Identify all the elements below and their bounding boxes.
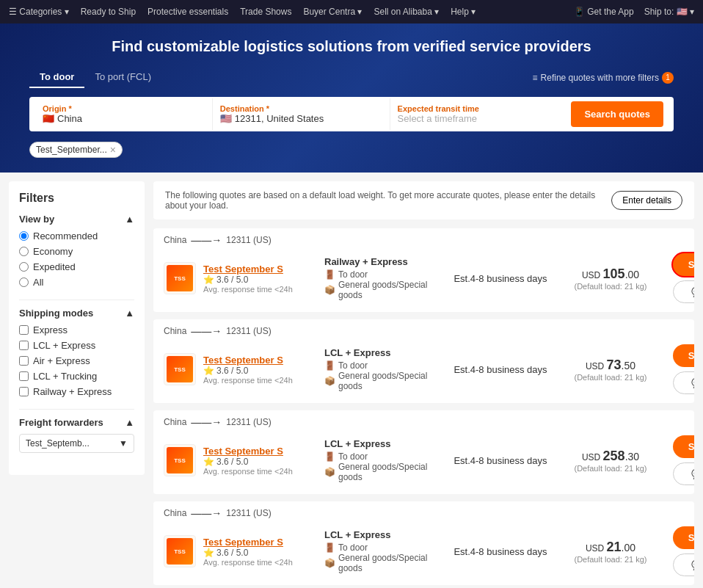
route-from: China: [164, 326, 186, 336]
checkbox-lcl-trucking-label: LCL + Trucking: [33, 371, 97, 382]
info-banner: The following quotes are based on a defa…: [153, 181, 694, 219]
route-from: China: [164, 417, 186, 427]
route-to: 12311 (US): [226, 326, 271, 336]
main-layout: Filters View by ▲ Recommended Economy Ex…: [0, 173, 703, 588]
provider-logo: TSS: [164, 262, 196, 294]
view-by-header[interactable]: View by ▲: [19, 214, 134, 225]
checkbox-air-express[interactable]: Air + Express: [19, 355, 134, 366]
checkbox-lcl-express[interactable]: LCL + Express: [19, 340, 134, 351]
delivery-type: 🚪 To door: [324, 451, 442, 462]
provider-logo-inner: TSS: [167, 447, 193, 473]
nav-help[interactable]: Help ▾: [451, 7, 476, 17]
price-usd-label: USD: [582, 452, 603, 462]
chevron-up-icon-3: ▲: [125, 417, 134, 428]
provider-name[interactable]: Test September S: [203, 264, 317, 275]
price-display: USD 73.50: [559, 357, 662, 373]
tab-to-door[interactable]: To door: [29, 67, 84, 88]
tab-to-port[interactable]: To port (FCL): [84, 67, 161, 88]
destination-value[interactable]: 🇺🇸 12311, United States: [220, 113, 382, 124]
shipping-mode-label: Railway + Express: [324, 256, 442, 267]
checkbox-railway-express-label: Railway + Express: [33, 386, 112, 397]
route-arrow-icon: ——→: [191, 325, 222, 337]
get-app-link[interactable]: 📱 Get the App: [574, 7, 634, 17]
transit-field[interactable]: Expected transit time Select a timeframe: [390, 98, 567, 130]
chat-now-button[interactable]: 💬 Chat now: [673, 462, 694, 485]
quote-card: China ——→ 12311 (US) TSS Test September …: [153, 319, 694, 403]
price-whole: 21: [607, 540, 622, 554]
provider-logo-inner: TSS: [167, 538, 193, 565]
chat-now-button[interactable]: 💬 Chat now: [673, 371, 694, 394]
enter-details-button[interactable]: Enter details: [611, 191, 682, 210]
response-time: Avg. response time <24h: [203, 558, 317, 567]
goods-type: 📦 General goods/Special goods: [324, 280, 442, 300]
sidebar: Filters View by ▲ Recommended Economy Ex…: [9, 181, 145, 475]
refine-button[interactable]: ≡ Refine quotes with more filters 1: [533, 72, 674, 84]
provider-rating: ⭐ 3.6 / 5.0: [203, 457, 317, 467]
price-decimal: .00: [622, 542, 635, 553]
radio-recommended[interactable]: Recommended: [19, 231, 134, 242]
rating-value: 3.6 / 5.0: [216, 366, 248, 376]
filter-tags: Test_September... ×: [29, 139, 674, 158]
origin-field[interactable]: Origin * 🇨🇳 China: [35, 98, 213, 130]
shipping-type-col: Railway + Express 🚪 To door 📦 General go…: [324, 256, 442, 300]
provider-rating: ⭐ 3.6 / 5.0: [203, 366, 317, 376]
sidebar-title: Filters: [19, 192, 134, 205]
response-time: Avg. response time <24h: [203, 376, 317, 385]
radio-recommended-label: Recommended: [33, 231, 98, 242]
origin-value[interactable]: 🇨🇳 China: [43, 113, 205, 124]
transit-label: Expected transit time: [398, 104, 560, 113]
nav-trade-shows[interactable]: Trade Shows: [240, 7, 291, 17]
hero-title: Find customizable logistics solutions fr…: [29, 38, 674, 55]
price-col: USD 21.00 (Default load: 21 kg): [559, 540, 662, 564]
checkbox-lcl-trucking[interactable]: LCL + Trucking: [19, 371, 134, 382]
transit-col: Est.4-8 business days: [449, 273, 552, 284]
action-col: Send inquiry 💬 Chat now: [669, 253, 694, 303]
filter-tag-close[interactable]: ×: [110, 144, 116, 156]
provider-rating: ⭐ 3.6 / 5.0: [203, 275, 317, 285]
provider-name[interactable]: Test September S: [203, 446, 317, 457]
origin-label: Origin *: [43, 104, 205, 113]
send-inquiry-button[interactable]: Send inquiry: [673, 253, 694, 276]
radio-all[interactable]: All: [19, 277, 134, 288]
send-inquiry-button[interactable]: Send inquiry: [673, 526, 694, 549]
route-from: China: [164, 235, 186, 245]
destination-field[interactable]: Destination * 🇺🇸 12311, United States: [213, 98, 390, 130]
nav-categories[interactable]: ☰ Categories ▾: [9, 7, 69, 17]
price-decimal: .30: [625, 451, 639, 462]
shipping-modes-header[interactable]: Shipping modes ▲: [19, 308, 134, 319]
send-inquiry-button[interactable]: Send inquiry: [673, 435, 694, 458]
freight-forwarders-header[interactable]: Freight forwarders ▲: [19, 417, 134, 428]
search-quotes-button[interactable]: Search quotes: [571, 101, 663, 127]
filter-tag-september[interactable]: Test_September... ×: [29, 142, 123, 158]
filter-tag-label: Test_September...: [36, 145, 107, 155]
radio-economy[interactable]: Economy: [19, 246, 134, 257]
freight-forwarders-label: Freight forwarders: [19, 417, 103, 428]
checkbox-express[interactable]: Express: [19, 324, 134, 335]
freight-dropdown[interactable]: Test_Septemb... ▼: [19, 434, 134, 453]
radio-economy-label: Economy: [33, 246, 73, 257]
nav-ready-to-ship[interactable]: Ready to Ship: [81, 7, 136, 17]
star-icon: ⭐: [203, 548, 214, 558]
provider-name[interactable]: Test September S: [203, 537, 317, 548]
nav-protective[interactable]: Protective essentials: [147, 7, 228, 17]
price-whole: 73: [607, 357, 622, 372]
chat-now-button[interactable]: 💬 Chat now: [673, 553, 694, 576]
quote-cards: China ——→ 12311 (US) TSS Test September …: [153, 228, 694, 588]
nav-buyer-centra[interactable]: Buyer Centra ▾: [303, 7, 362, 17]
route-arrow-icon: ——→: [191, 507, 222, 519]
chat-now-button[interactable]: 💬 Chat now: [673, 280, 694, 303]
door-icon: 🚪: [324, 269, 335, 280]
rating-value: 3.6 / 5.0: [216, 548, 248, 558]
nav-sell[interactable]: Sell on Alibaba ▾: [374, 7, 439, 17]
star-icon: ⭐: [203, 275, 214, 285]
ship-to[interactable]: Ship to: 🇺🇸 ▾: [644, 7, 694, 17]
provider-name[interactable]: Test September S: [203, 355, 317, 366]
route-header: China ——→ 12311 (US): [153, 319, 694, 337]
us-flag-icon: 🇺🇸: [220, 113, 232, 124]
chevron-up-icon: ▲: [125, 214, 134, 225]
refine-count: 1: [662, 72, 674, 84]
radio-expedited[interactable]: Expedited: [19, 261, 134, 272]
default-load: (Default load: 21 kg): [559, 555, 662, 564]
send-inquiry-button[interactable]: Send inquiry: [673, 344, 694, 367]
checkbox-railway-express[interactable]: Railway + Express: [19, 386, 134, 397]
